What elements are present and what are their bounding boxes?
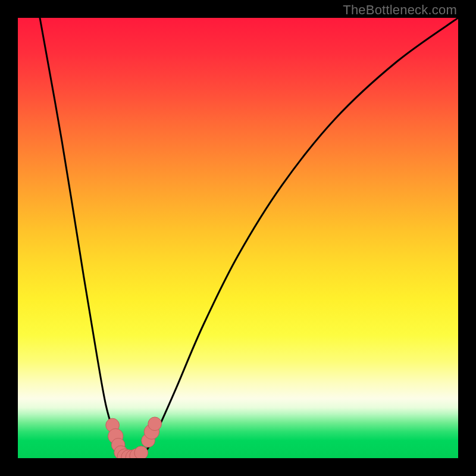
bottleneck-curve	[40, 18, 458, 458]
curve-markers	[106, 417, 162, 458]
curve-marker	[134, 446, 148, 458]
curve-marker	[148, 417, 162, 431]
curve-layer	[18, 18, 458, 458]
watermark-text: TheBottleneck.com	[343, 2, 457, 18]
chart-frame: TheBottleneck.com	[0, 0, 476, 476]
plot-area	[18, 18, 458, 458]
